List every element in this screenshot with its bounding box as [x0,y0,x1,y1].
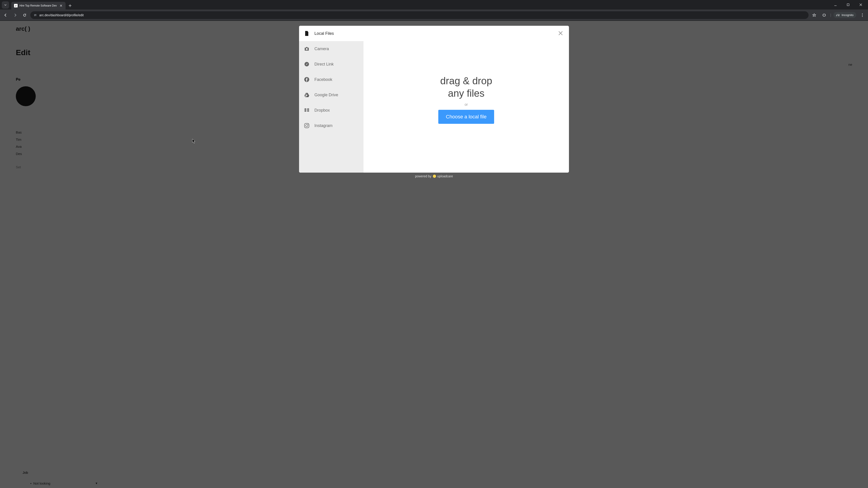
source-label: Google Drive [314,93,338,97]
uploadcare-brand: uploadcare [437,174,453,178]
google-drive-icon [304,92,309,98]
window-maximize-button[interactable] [843,1,853,8]
upload-drop-zone[interactable]: drag & drop any files or Choose a local … [364,26,569,173]
modal-overlay[interactable]: Local Files Camera Direc [0,21,868,488]
site-info-icon[interactable] [33,13,37,17]
incognito-icon [836,14,840,17]
url-text: arc.dev/dashboard/d/profile/edit [39,13,84,17]
browser-menu-icon[interactable] [859,11,866,19]
source-label: Dropbox [314,108,330,113]
powered-by-text: powered by [415,174,431,178]
svg-point-3 [862,15,863,15]
svg-rect-0 [847,4,849,6]
new-tab-button[interactable] [67,2,73,9]
window-close-button[interactable] [856,1,866,8]
source-label: Facebook [314,77,332,82]
instagram-icon [304,123,309,128]
source-camera[interactable]: Camera [299,41,364,57]
incognito-badge[interactable]: Incognito [833,12,856,18]
address-bar[interactable]: arc.dev/dashboard/d/profile/edit [30,11,809,19]
source-google-drive[interactable]: Google Drive [299,87,364,103]
svg-rect-8 [305,123,309,128]
window-minimize-button[interactable] [831,1,840,8]
svg-point-9 [306,125,308,127]
source-facebook[interactable]: Facebook [299,72,364,87]
tab-title: Hire Top Remote Software Dev [20,4,57,7]
tab-search-dropdown[interactable] [2,1,9,8]
incognito-label: Incognito [842,13,854,17]
source-label: Camera [314,46,329,51]
source-local-files[interactable]: Local Files [299,26,364,41]
source-direct-link[interactable]: Direct Link [299,57,364,72]
bookmark-star-icon[interactable] [810,11,818,19]
source-label: Direct Link [314,62,334,67]
source-instagram[interactable]: Instagram [299,118,364,133]
file-icon [304,31,309,36]
or-separator: or [465,103,468,107]
source-dropbox[interactable]: Dropbox [299,103,364,118]
powered-by-footer[interactable]: powered by uploadcare [415,174,453,178]
drop-instruction: drag & drop any files [440,74,492,99]
facebook-icon [304,77,309,82]
compass-icon [304,61,309,67]
uploadcare-logo-icon [433,175,436,178]
browser-tab[interactable]: ✓ Hire Top Remote Software Dev [11,2,66,9]
back-button[interactable] [2,11,9,19]
choose-local-file-button[interactable]: Choose a local file [438,110,494,124]
dropbox-icon [304,107,309,113]
reload-button[interactable] [21,11,29,19]
svg-point-4 [862,16,863,17]
mouse-cursor [192,139,196,144]
upload-modal: Local Files Camera Direc [299,26,569,173]
svg-point-1 [36,15,36,16]
svg-point-2 [862,13,863,14]
tab-close-icon[interactable] [59,4,63,7]
tab-favicon: ✓ [14,4,18,7]
extensions-icon[interactable] [820,11,828,19]
source-label: Local Files [314,31,334,36]
forward-button[interactable] [11,11,19,19]
upload-source-sidebar: Local Files Camera Direc [299,26,364,173]
svg-point-10 [308,124,309,125]
source-label: Instagram [314,123,333,128]
modal-close-button[interactable] [556,29,565,37]
svg-point-5 [306,48,308,50]
camera-icon [304,46,309,52]
